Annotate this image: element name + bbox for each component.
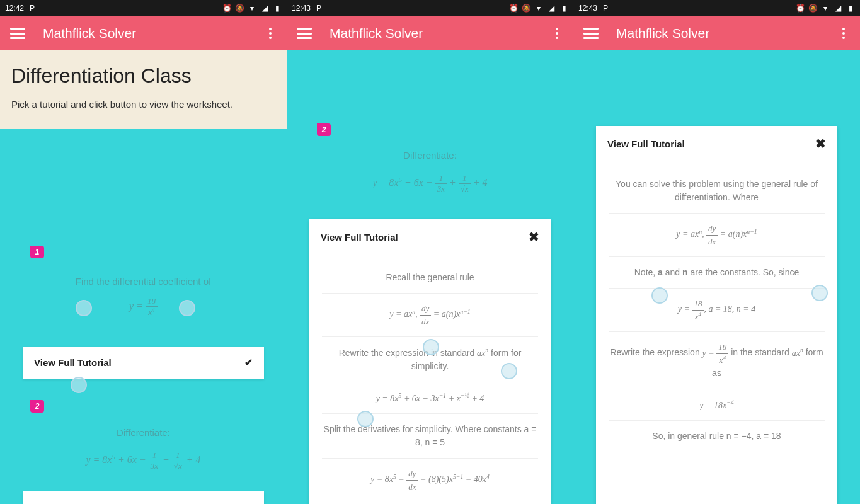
tutorial-step: Rewrite the expression y = 18x4 in the s… (609, 332, 825, 389)
menu-icon[interactable] (297, 28, 312, 39)
tutorial-math: y = 8x5 = dydx = (8)(5)x5−1 = 40x4 (322, 459, 538, 501)
status-time: 12:42 (5, 4, 24, 13)
dnd-icon: 🔕 (808, 4, 817, 13)
status-time: 12:43 (292, 4, 311, 13)
tutorial-math: y = 18x4, a = 18, n = 4 (609, 289, 825, 332)
question-1-math: y = 18x4 (0, 296, 287, 318)
menu-icon[interactable] (10, 28, 25, 39)
alarm-icon: ⏰ (222, 4, 231, 13)
alarm-icon: ⏰ (509, 4, 518, 13)
highlight-marker (71, 377, 87, 393)
view-tutorial-label: View Full Tutorial (34, 357, 112, 368)
close-icon[interactable]: ✖ (815, 136, 826, 151)
app-title: Mathflick Solver (330, 26, 551, 41)
highlight-marker (357, 411, 374, 427)
tutorial-step: Note, a and n are the constants. So, sin… (609, 257, 825, 289)
tutorial-header: View Full Tutorial ✖ (596, 126, 837, 161)
tutorial-panel: View Full Tutorial ✖ Recall the general … (309, 219, 551, 504)
question-1-text: Find the differential coefficient of (0, 276, 287, 287)
tutorial-title: View Full Tutorial (321, 232, 398, 243)
app-bar: Mathflick Solver (287, 16, 573, 50)
status-time: 12:43 (578, 4, 597, 13)
tutorial-step: Split the derivatives for simplicity. Wh… (322, 414, 538, 459)
question-badge-1: 1 (30, 246, 44, 258)
intro-card: Differentiation Class Pick a tutorial an… (0, 50, 287, 129)
menu-icon[interactable] (583, 28, 599, 39)
app-bar: Mathflick Solver (0, 16, 287, 50)
status-bar: 12:42 P ⏰ 🔕 ▾ ◢ ▮ (0, 0, 287, 16)
view-tutorial-button-1[interactable]: View Full Tutorial ✔ (23, 346, 264, 379)
question-text: Differentiate: (287, 150, 573, 161)
highlight-marker (811, 285, 828, 301)
close-icon[interactable]: ✖ (529, 229, 539, 244)
highlight-marker (179, 300, 195, 316)
overflow-icon[interactable] (264, 28, 277, 39)
highlight-marker (651, 287, 668, 304)
page-subtitle: Pick a tutorial and click button to view… (11, 99, 275, 110)
highlight-marker (76, 300, 92, 316)
question-2-math: y = 8x5 + 6x − 13x + 1√x + 4 (0, 450, 287, 471)
tutorial-step: Recall the general rule (322, 262, 538, 294)
tutorial-step: You can solve this problem using the gen… (609, 169, 825, 214)
wifi-icon: ▾ (248, 4, 256, 13)
p-icon: P (314, 4, 323, 13)
wifi-icon: ▾ (534, 4, 543, 13)
check-icon: ✔ (244, 357, 253, 369)
question-badge-2: 2 (317, 123, 331, 136)
tutorial-math: y = axn, dydx = a(n)xn−1 (322, 294, 538, 337)
page-title: Differentiation Class (11, 64, 275, 88)
signal-icon: ◢ (260, 4, 269, 13)
tutorial-math: y = 8x5 + 6x − 3x−1 + x−½ + 4 (322, 382, 538, 415)
signal-icon: ◢ (834, 4, 842, 13)
tutorial-title: View Full Tutorial (607, 139, 685, 149)
overflow-icon[interactable] (551, 28, 563, 39)
signal-icon: ◢ (547, 4, 556, 13)
overflow-icon[interactable] (837, 28, 850, 39)
tutorial-math: y = 18x−4 (609, 389, 825, 421)
app-title: Mathflick Solver (43, 26, 264, 41)
battery-icon: ▮ (273, 4, 282, 13)
tutorial-header: View Full Tutorial ✖ (309, 219, 551, 255)
battery-icon: ▮ (846, 4, 855, 13)
p-icon: P (601, 4, 610, 13)
question-2-text: Differentiate: (0, 427, 287, 438)
app-bar: Mathflick Solver (573, 16, 860, 50)
status-bar: 12:43 P ⏰ 🔕 ▾ ◢ ▮ (287, 0, 573, 16)
view-tutorial-button-2[interactable]: View Full Tutorial ✔ (23, 491, 264, 504)
question-math: y = 8x5 + 6x − 13x + 1√x + 4 (287, 173, 573, 194)
app-title: Mathflick Solver (616, 26, 837, 41)
highlight-marker (423, 339, 439, 355)
question-badge-2: 2 (30, 400, 44, 413)
highlight-marker (501, 363, 517, 379)
dnd-icon: 🔕 (235, 4, 244, 13)
p-icon: P (28, 4, 37, 13)
check-icon: ✔ (244, 501, 253, 504)
alarm-icon: ⏰ (796, 4, 805, 13)
status-bar: 12:43 P ⏰ 🔕 ▾ ◢ ▮ (573, 0, 860, 16)
dnd-icon: 🔕 (522, 4, 530, 13)
battery-icon: ▮ (559, 4, 568, 13)
tutorial-panel: View Full Tutorial ✖ You can solve this … (596, 126, 837, 504)
tutorial-step: So, in general rule n = −4, a = 18 (609, 421, 825, 452)
tutorial-math: y = axn, dydx = a(n)xn−1 (609, 214, 825, 257)
wifi-icon: ▾ (821, 4, 830, 13)
